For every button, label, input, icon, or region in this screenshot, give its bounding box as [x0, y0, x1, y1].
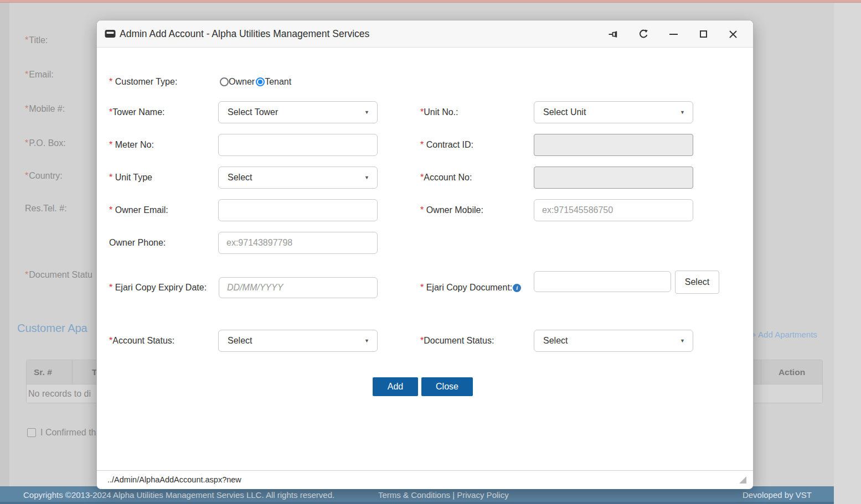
tenant-radio-label[interactable]: Tenant	[265, 77, 291, 87]
row-buttons: Add Close	[97, 377, 753, 396]
owner-radio[interactable]	[220, 77, 229, 86]
meter-no-input[interactable]	[218, 134, 378, 156]
owner-mobile-label: * Owner Mobile:	[420, 199, 483, 221]
maximize-icon[interactable]	[698, 29, 709, 40]
owner-email-label: * Owner Email:	[109, 199, 168, 221]
owner-mobile-input[interactable]	[534, 199, 693, 221]
row-ejari: * Ejari Copy Expiry Date: * Ejari Copy D…	[97, 271, 753, 295]
unit-no-label: *Unit No.:	[420, 101, 458, 123]
account-status-select[interactable]: Select▼	[218, 330, 378, 352]
owner-phone-input[interactable]	[218, 232, 378, 254]
bg-label-email: *Email:	[25, 69, 54, 80]
document-status-label: *Document Status:	[420, 330, 494, 352]
row-tower-unit: *Tower Name: Select Tower▼ *Unit No.: Se…	[97, 101, 753, 123]
unit-type-select[interactable]: Select▼	[218, 167, 378, 189]
owner-phone-label: Owner Phone:	[109, 232, 166, 254]
minimize-icon[interactable]	[668, 29, 679, 40]
unit-type-label: * Unit Type	[109, 167, 152, 189]
row-owner-phone: Owner Phone:	[97, 232, 753, 254]
account-no-label: *Account No:	[420, 167, 472, 189]
row-meter-contract: * Meter No: * Contract ID:	[97, 134, 753, 156]
dialog-title: Admin Add Account - Alpha Utilities Mana…	[120, 28, 369, 40]
footer-developer: Devoloped by VST	[743, 490, 812, 500]
admin-add-account-dialog: Admin Add Account - Alpha Utilities Mana…	[96, 20, 754, 489]
confirm-checkbox[interactable]	[27, 428, 36, 437]
owner-radio-label[interactable]: Owner	[229, 77, 255, 87]
tower-name-label: *Tower Name:	[109, 101, 164, 123]
info-icon[interactable]: i	[513, 284, 521, 292]
ejari-expiry-input[interactable]	[219, 277, 378, 298]
ejari-document-label: * Ejari Copy Document:i	[420, 277, 521, 299]
confirm-row: I Confirmed th	[27, 428, 96, 438]
column-header-sr: Sr. #	[27, 360, 73, 384]
close-button[interactable]: Close	[421, 377, 473, 396]
window-controls	[608, 20, 739, 48]
unit-no-select[interactable]: Select Unit▼	[534, 101, 693, 123]
chevron-down-icon: ▼	[364, 102, 369, 123]
pin-icon[interactable]	[608, 29, 619, 40]
tenant-radio[interactable]	[256, 77, 265, 86]
resize-grip[interactable]	[739, 476, 746, 484]
row-owner-email-mobile: * Owner Email: * Owner Mobile:	[97, 199, 753, 221]
dialog-status-url: ../Admin/AlphaAddAccount.aspx?new	[107, 475, 241, 484]
contract-id-label: * Contract ID:	[420, 134, 473, 156]
column-header-action: Action	[761, 360, 822, 384]
customer-apartments-heading: Customer Apa	[17, 322, 87, 335]
chevron-down-icon: ▼	[364, 330, 369, 351]
screen: *Title: *Email: *Mobile #: *P.O. Box: *C…	[0, 0, 861, 504]
account-status-label: *Account Status:	[109, 330, 174, 352]
ejari-document-select-button[interactable]: Select	[675, 271, 719, 294]
dialog-statusbar: ../Admin/AlphaAddAccount.aspx?new	[97, 470, 753, 489]
chevron-down-icon: ▼	[364, 167, 369, 188]
row-customer-type: * Customer Type: Owner Tenant	[97, 74, 753, 90]
confirm-checkbox-label: I Confirmed th	[40, 428, 96, 438]
window-icon	[105, 29, 116, 38]
bg-label-country: *Country:	[25, 170, 63, 181]
bg-label-title: *Title:	[25, 35, 48, 46]
ejari-expiry-label: * Ejari Copy Expiry Date:	[109, 277, 207, 299]
footer-links[interactable]: Terms & Conditions | Privacy Policy	[378, 490, 509, 500]
add-apartments-link[interactable]: + Add Apartments	[751, 330, 817, 339]
customer-type-label: * Customer Type:	[109, 74, 177, 90]
contract-id-input	[534, 134, 693, 156]
document-status-select[interactable]: Select▼	[534, 330, 693, 352]
chevron-down-icon: ▼	[680, 330, 685, 351]
refresh-icon[interactable]	[638, 29, 649, 40]
meter-no-label: * Meter No:	[109, 134, 154, 156]
account-no-input	[534, 167, 693, 189]
ejari-document-input[interactable]	[534, 271, 671, 292]
row-unittype-account: * Unit Type Select▼ *Account No:	[97, 167, 753, 189]
dialog-titlebar[interactable]: Admin Add Account - Alpha Utilities Mana…	[97, 20, 753, 48]
row-statuses: *Account Status: Select▼ *Document Statu…	[97, 330, 753, 352]
bg-label-restel: Res.Tel. #:	[25, 203, 67, 214]
footer-copyright: Copyrights ©2013-2024 Alpha Utilities Ma…	[23, 490, 334, 500]
bg-label-pobox: *P.O. Box:	[25, 138, 66, 149]
customer-type-radio-group: Owner Tenant	[220, 74, 292, 90]
close-icon[interactable]	[728, 29, 739, 40]
chevron-down-icon: ▼	[680, 102, 685, 123]
add-button[interactable]: Add	[373, 377, 418, 396]
bg-label-mobile: *Mobile #:	[25, 103, 65, 115]
owner-email-input[interactable]	[218, 199, 378, 221]
bg-label-document-status: *Document Statu	[25, 269, 92, 280]
tower-name-select[interactable]: Select Tower▼	[218, 101, 378, 123]
